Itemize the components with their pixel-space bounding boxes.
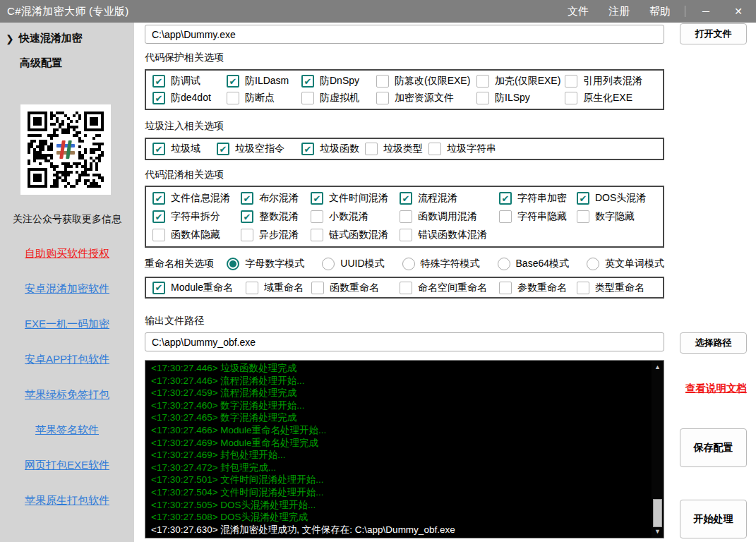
rename-mode-option[interactable]: 特殊字符模式 xyxy=(402,258,480,270)
checkbox[interactable] xyxy=(217,143,229,155)
checkbox[interactable] xyxy=(577,210,589,223)
junk-option[interactable]: 垃圾字符串 xyxy=(428,143,663,155)
menu-item[interactable]: 注册 xyxy=(599,5,640,18)
scroll-up-icon[interactable]: ▲ xyxy=(652,362,664,372)
sidebar-link[interactable]: 自助购买软件授权 xyxy=(0,247,134,260)
sidebar-link[interactable]: 苹果原生打包软件 xyxy=(0,494,134,507)
junk-option[interactable]: 垃圾函数 xyxy=(301,143,365,155)
checkbox[interactable] xyxy=(499,192,512,205)
radio-button[interactable] xyxy=(498,258,510,270)
code-option[interactable]: DOS头混淆 xyxy=(577,192,663,205)
console-scrollbar[interactable]: ▲ ▼ xyxy=(652,361,664,538)
rename-option[interactable]: 函数重命名 xyxy=(311,282,400,294)
checkbox[interactable] xyxy=(301,92,314,104)
sidebar-link[interactable]: EXE一机一码加密 xyxy=(0,318,134,331)
code-option[interactable]: 异步混淆 xyxy=(241,229,311,241)
checkbox[interactable] xyxy=(577,192,589,205)
protect-option[interactable]: 防ILSpy xyxy=(476,92,565,104)
protect-option[interactable]: 防调试 xyxy=(152,75,227,88)
protect-option[interactable]: 防虚拟机 xyxy=(301,92,376,104)
code-option[interactable]: 字符串隐藏 xyxy=(499,210,577,223)
sidebar-item-quick-obfuscate[interactable]: ❯ 快速混淆加密 xyxy=(6,32,134,45)
checkbox[interactable] xyxy=(499,210,512,223)
code-option[interactable]: 文件时间混淆 xyxy=(311,192,400,205)
rename-option[interactable]: 域重命名 xyxy=(246,282,311,294)
code-option[interactable]: 数字隐藏 xyxy=(577,210,663,223)
protect-option[interactable]: 防de4dot xyxy=(152,92,227,104)
rename-mode-option[interactable]: 字母数字模式 xyxy=(227,258,304,270)
rename-mode-option[interactable]: Base64模式 xyxy=(498,258,569,270)
scrollbar-thumb[interactable] xyxy=(653,499,662,527)
sidebar-link[interactable]: 安卓混淆加密软件 xyxy=(0,282,134,296)
checkbox[interactable] xyxy=(152,192,165,205)
junk-option[interactable]: 垃圾类型 xyxy=(365,143,428,155)
checkbox[interactable] xyxy=(241,192,253,205)
radio-button[interactable] xyxy=(227,258,239,270)
checkbox[interactable] xyxy=(476,92,489,104)
checkbox[interactable] xyxy=(400,282,412,294)
start-process-button[interactable]: 开始处理 xyxy=(680,500,747,538)
checkbox[interactable] xyxy=(301,143,314,155)
checkbox[interactable] xyxy=(400,229,412,241)
code-option[interactable]: 错误函数体混淆 xyxy=(400,229,499,241)
checkbox[interactable] xyxy=(227,92,239,104)
checkbox[interactable] xyxy=(311,229,323,241)
checkbox[interactable] xyxy=(152,210,165,223)
checkbox[interactable] xyxy=(311,192,323,205)
checkbox[interactable] xyxy=(400,210,412,223)
rename-option[interactable]: 参数重命名 xyxy=(499,282,577,294)
input-file-path[interactable] xyxy=(145,25,664,44)
sidebar-link[interactable]: 安卓APP打包软件 xyxy=(0,353,134,366)
checkbox[interactable] xyxy=(241,210,253,223)
checkbox[interactable] xyxy=(301,75,314,88)
radio-button[interactable] xyxy=(587,258,599,270)
sidebar-item-advanced-config[interactable]: 高级配置 xyxy=(20,56,134,70)
close-button[interactable]: ✕ xyxy=(722,6,755,17)
rename-mode-option[interactable]: 英文单词模式 xyxy=(587,258,664,270)
checkbox[interactable] xyxy=(476,75,489,88)
checkbox[interactable] xyxy=(565,92,577,104)
code-option[interactable]: 函数体隐藏 xyxy=(152,229,241,241)
code-option[interactable]: 流程混淆 xyxy=(400,192,499,205)
checkbox[interactable] xyxy=(577,282,589,294)
checkbox[interactable] xyxy=(376,92,389,104)
open-file-button[interactable]: 打开文件 xyxy=(680,23,747,44)
code-option[interactable]: 链式函数混淆 xyxy=(311,229,400,241)
junk-option[interactable]: 垃圾域 xyxy=(152,143,217,155)
checkbox[interactable] xyxy=(152,143,165,155)
rename-option[interactable]: Module重命名 xyxy=(152,282,246,294)
checkbox[interactable] xyxy=(376,75,389,88)
protect-option[interactable]: 防ILDasm xyxy=(227,75,301,88)
input-output-path[interactable] xyxy=(145,332,664,351)
code-option[interactable]: 文件信息混淆 xyxy=(152,192,241,205)
sidebar-link[interactable]: 苹果签名软件 xyxy=(0,423,134,437)
code-option[interactable]: 字符串拆分 xyxy=(152,210,241,223)
rename-mode-option[interactable]: UUID模式 xyxy=(322,258,384,270)
checkbox[interactable] xyxy=(311,282,324,294)
rename-option[interactable]: 类型重命名 xyxy=(577,282,663,294)
junk-option[interactable]: 垃圾空指令 xyxy=(217,143,301,155)
checkbox[interactable] xyxy=(400,192,412,205)
code-option[interactable]: 函数调用混淆 xyxy=(400,210,499,223)
menu-item[interactable]: 文件 xyxy=(558,5,599,18)
radio-button[interactable] xyxy=(402,258,415,270)
protect-option[interactable]: 防断点 xyxy=(227,92,301,104)
checkbox[interactable] xyxy=(246,282,258,294)
sidebar-link[interactable]: 苹果绿标免签打包 xyxy=(0,388,134,402)
protect-option[interactable]: 防DnSpy xyxy=(301,75,376,88)
checkbox[interactable] xyxy=(227,75,239,88)
minimize-button[interactable]: ─ xyxy=(690,6,722,17)
checkbox[interactable] xyxy=(152,92,165,104)
checkbox[interactable] xyxy=(311,210,323,223)
scroll-down-icon[interactable]: ▼ xyxy=(652,526,664,536)
checkbox[interactable] xyxy=(428,143,441,155)
rename-option[interactable]: 命名空间重命名 xyxy=(400,282,499,294)
code-option[interactable]: 小数混淆 xyxy=(311,210,400,223)
checkbox[interactable] xyxy=(365,143,378,155)
protect-option[interactable]: 原生化EXE xyxy=(565,92,663,104)
sidebar-link[interactable]: 网页打包EXE软件 xyxy=(0,459,134,472)
code-option[interactable]: 整数混淆 xyxy=(241,210,311,223)
checkbox[interactable] xyxy=(152,75,165,88)
menu-item[interactable]: 帮助 xyxy=(640,5,680,18)
view-docs-link[interactable]: 查看说明文档 xyxy=(685,382,747,395)
